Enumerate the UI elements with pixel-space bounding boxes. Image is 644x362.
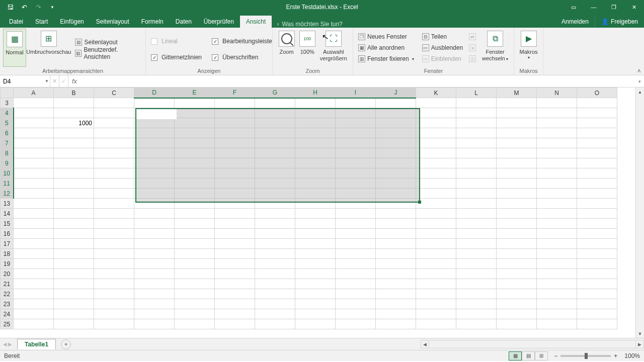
cell[interactable] — [134, 118, 175, 128]
cell[interactable] — [175, 98, 215, 108]
cell[interactable] — [376, 178, 416, 189]
cell[interactable] — [215, 178, 255, 189]
cell[interactable] — [255, 138, 295, 148]
cell[interactable] — [376, 239, 416, 249]
zoom-out-icon[interactable]: − — [554, 352, 557, 359]
column-header[interactable]: H — [295, 88, 336, 98]
cell[interactable] — [134, 279, 175, 289]
cell[interactable] — [215, 108, 255, 118]
cell[interactable] — [54, 219, 94, 229]
cell[interactable] — [295, 269, 336, 279]
cell[interactable] — [336, 229, 376, 239]
cell[interactable] — [14, 279, 54, 289]
split-button[interactable]: ⊟Teilen — [420, 31, 465, 42]
cell[interactable] — [14, 209, 54, 219]
zoom-level[interactable]: 100% — [624, 352, 640, 359]
column-header[interactable]: D — [134, 88, 175, 98]
cell[interactable] — [376, 249, 416, 259]
cell[interactable] — [94, 319, 134, 329]
next-sheet-icon[interactable]: ▶ — [8, 341, 12, 347]
cell[interactable] — [416, 118, 456, 128]
cell[interactable] — [295, 138, 336, 148]
cell[interactable] — [537, 269, 577, 279]
row-header[interactable]: 5 — [1, 118, 14, 128]
cell[interactable] — [175, 138, 215, 148]
cell[interactable] — [577, 259, 617, 269]
row-header[interactable]: 15 — [1, 219, 14, 229]
cell[interactable] — [255, 158, 295, 168]
column-header[interactable]: M — [497, 88, 537, 98]
cell[interactable] — [134, 189, 175, 199]
cell[interactable] — [255, 108, 295, 118]
cell[interactable] — [255, 229, 295, 239]
horizontal-scrollbar[interactable]: ◀ ▶ — [421, 340, 644, 348]
cell[interactable] — [94, 108, 134, 118]
cell[interactable] — [14, 148, 54, 158]
cell[interactable] — [336, 98, 376, 108]
cell[interactable] — [577, 199, 617, 209]
cell[interactable] — [54, 229, 94, 239]
cell[interactable] — [14, 249, 54, 259]
cell[interactable] — [456, 138, 497, 148]
cell[interactable] — [336, 289, 376, 299]
cell[interactable] — [14, 299, 54, 309]
cell[interactable] — [497, 299, 537, 309]
normal-view-shortcut[interactable]: ▦ — [509, 351, 522, 360]
tab-formulas[interactable]: Formeln — [135, 16, 170, 28]
cell[interactable] — [54, 168, 94, 178]
cell[interactable] — [497, 279, 537, 289]
scroll-down-icon[interactable]: ▼ — [636, 329, 644, 338]
cell[interactable] — [215, 158, 255, 168]
cell[interactable] — [456, 199, 497, 209]
cell[interactable] — [376, 229, 416, 239]
row-header[interactable]: 18 — [1, 249, 14, 259]
cell[interactable] — [94, 118, 134, 128]
sheet-tab[interactable]: Tabelle1 — [17, 339, 56, 349]
cell[interactable] — [376, 269, 416, 279]
cell[interactable] — [537, 209, 577, 219]
save-icon[interactable]: 🖫 — [4, 1, 16, 13]
cell[interactable] — [14, 138, 54, 148]
cell[interactable] — [537, 319, 577, 329]
cell[interactable] — [376, 158, 416, 168]
tell-me-search[interactable]: ♀ Was möchten Sie tun? — [276, 21, 343, 28]
cell[interactable] — [537, 158, 577, 168]
share-button[interactable]: 👤 Freigeben — [595, 16, 644, 28]
cell[interactable] — [94, 158, 134, 168]
cell[interactable] — [497, 199, 537, 209]
cell[interactable] — [94, 178, 134, 189]
cell[interactable] — [175, 299, 215, 309]
cell[interactable] — [175, 259, 215, 269]
maximize-icon[interactable]: ❐ — [604, 0, 624, 14]
cell[interactable] — [215, 279, 255, 289]
cell[interactable] — [94, 219, 134, 229]
formula-bar[interactable] — [80, 75, 635, 87]
cell[interactable] — [94, 259, 134, 269]
cell[interactable] — [54, 98, 94, 108]
cell[interactable] — [175, 229, 215, 239]
row-header[interactable]: 17 — [1, 239, 14, 249]
cell[interactable] — [456, 168, 497, 178]
cell[interactable] — [255, 98, 295, 108]
cell[interactable] — [14, 259, 54, 269]
cell[interactable] — [54, 128, 94, 138]
cell[interactable] — [255, 199, 295, 209]
cell[interactable] — [215, 239, 255, 249]
cell[interactable] — [577, 269, 617, 279]
cell[interactable] — [416, 209, 456, 219]
cell[interactable] — [577, 138, 617, 148]
cell[interactable] — [416, 138, 456, 148]
cell[interactable] — [577, 118, 617, 128]
cell[interactable] — [537, 309, 577, 319]
cell[interactable] — [175, 118, 215, 128]
cell[interactable] — [295, 259, 336, 269]
cell[interactable] — [376, 148, 416, 158]
cell[interactable] — [497, 189, 537, 199]
cell[interactable] — [376, 219, 416, 229]
cell[interactable] — [497, 319, 537, 329]
column-header[interactable]: C — [94, 88, 134, 98]
cell[interactable] — [14, 309, 54, 319]
cell[interactable] — [215, 118, 255, 128]
cell[interactable] — [577, 279, 617, 289]
scroll-right-icon[interactable]: ▶ — [635, 340, 644, 348]
